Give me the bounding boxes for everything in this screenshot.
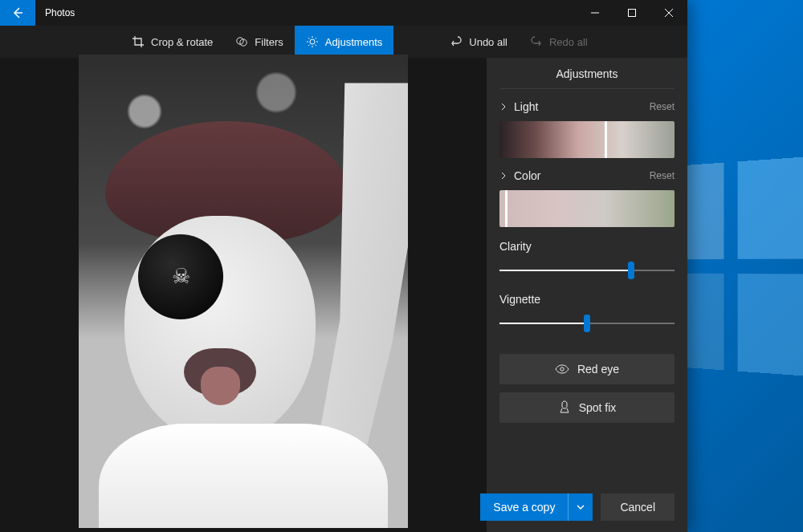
redo-all-button: Redo all <box>519 26 599 58</box>
light-reset[interactable]: Reset <box>650 101 675 112</box>
svg-point-3 <box>310 39 315 44</box>
spot-fix-icon <box>558 400 571 415</box>
crop-rotate-label: Crop & rotate <box>151 36 213 48</box>
close-icon <box>665 9 673 17</box>
vignette-slider-knob[interactable] <box>584 315 590 332</box>
color-label: Color <box>514 169 540 182</box>
svg-rect-0 <box>629 10 636 17</box>
light-slider-strip[interactable] <box>499 121 675 158</box>
spot-fix-label: Spot fix <box>579 401 617 414</box>
clarity-slider-knob[interactable] <box>628 262 634 279</box>
light-label: Light <box>514 100 538 113</box>
vignette-slider[interactable] <box>499 314 675 333</box>
edit-toolbar: Crop & rotate Filters Adjustments Undo a… <box>0 26 687 58</box>
save-copy-label: Save a copy <box>493 501 555 514</box>
red-eye-button[interactable]: Red eye <box>499 354 675 384</box>
chevron-right-icon <box>499 103 507 111</box>
color-slider-handle[interactable] <box>505 190 507 227</box>
eye-icon <box>555 364 569 374</box>
save-copy-button[interactable]: Save a copy <box>480 493 568 521</box>
title-bar: Photos <box>0 0 687 26</box>
chevron-right-icon <box>499 172 507 180</box>
color-slider-strip[interactable] <box>499 190 675 227</box>
maximize-icon <box>628 9 636 17</box>
vignette-label: Vignette <box>499 293 675 306</box>
close-button[interactable] <box>650 0 687 26</box>
color-reset[interactable]: Reset <box>650 170 675 181</box>
adjustments-icon <box>306 35 319 48</box>
main-area: Adjustments Light Reset Color Reset <box>0 58 687 532</box>
photos-app-window: Photos Crop & rotate Filters <box>0 0 687 532</box>
clarity-slider[interactable] <box>499 261 675 280</box>
chevron-down-icon <box>577 503 585 511</box>
color-section-header[interactable]: Color Reset <box>499 166 675 182</box>
arrow-left-icon <box>11 6 24 19</box>
filters-label: Filters <box>255 36 283 48</box>
minimize-icon <box>591 9 599 17</box>
back-button[interactable] <box>0 0 35 26</box>
panel-title: Adjustments <box>499 67 675 89</box>
app-title: Photos <box>35 0 577 26</box>
footer-actions: Save a copy Cancel <box>480 493 675 521</box>
cancel-button[interactable]: Cancel <box>601 493 675 521</box>
undo-icon <box>450 35 463 48</box>
spot-fix-button[interactable]: Spot fix <box>499 392 675 423</box>
minimize-button[interactable] <box>577 0 613 26</box>
adjustments-label: Adjustments <box>325 36 383 48</box>
adjustments-panel: Adjustments Light Reset Color Reset <box>487 58 687 532</box>
save-copy-dropdown[interactable] <box>568 493 593 521</box>
photo-canvas[interactable] <box>79 55 408 528</box>
undo-all-button[interactable]: Undo all <box>438 26 519 58</box>
svg-point-4 <box>560 368 564 371</box>
red-eye-label: Red eye <box>577 363 619 376</box>
clarity-label: Clarity <box>499 240 675 253</box>
crop-rotate-tab[interactable]: Crop & rotate <box>120 26 224 58</box>
cancel-label: Cancel <box>620 501 655 514</box>
light-section-header[interactable]: Light Reset <box>499 97 675 113</box>
redo-icon <box>530 35 543 48</box>
redo-all-label: Redo all <box>549 36 588 48</box>
filters-icon <box>235 35 248 48</box>
adjustments-tab[interactable]: Adjustments <box>295 26 394 58</box>
filters-tab[interactable]: Filters <box>224 26 294 58</box>
undo-all-label: Undo all <box>469 36 507 48</box>
light-slider-handle[interactable] <box>605 121 607 158</box>
maximize-button[interactable] <box>613 0 650 26</box>
canvas-area <box>0 58 487 532</box>
crop-icon <box>132 35 145 48</box>
